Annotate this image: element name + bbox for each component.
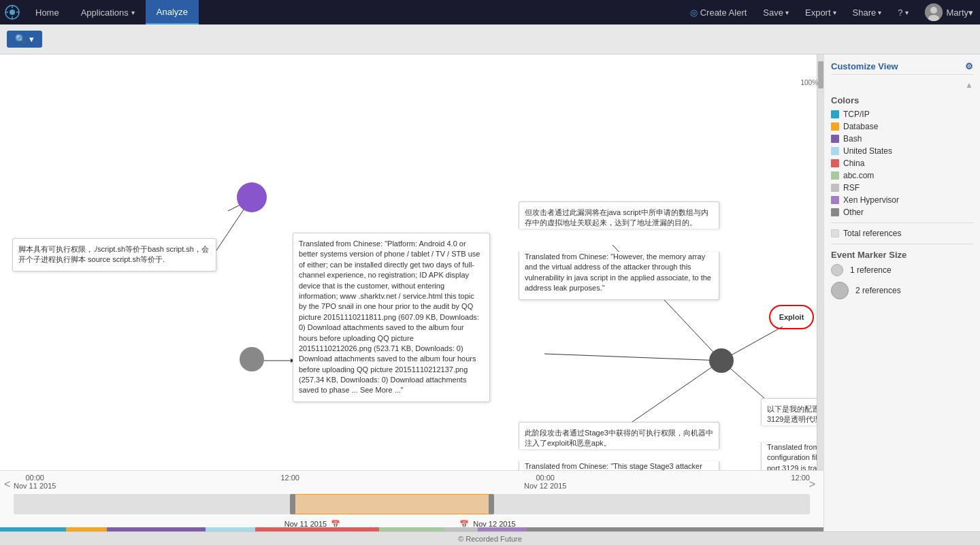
nav-right-actions: ◎ Create Alert Save ▾ Export ▾ Share ▾ ?…: [683, 0, 980, 24]
legend-label-abccom: abc.com: [843, 171, 874, 180]
total-references-item: Total references: [831, 229, 973, 238]
timeline-axis: 00:00 Nov 11 2015 12:00 00:00 Nov 12 201…: [0, 471, 823, 490]
canvas-area: Exploit 脚本具有可执行权限，./script.sh等价于bash scr…: [0, 54, 823, 470]
legend-bash: Bash: [831, 134, 973, 144]
marker-circle-large: [831, 282, 849, 299]
save-button[interactable]: Save ▾: [756, 0, 796, 24]
legend-label-tcpip: TCP/IP: [843, 110, 870, 119]
scroll-up-icon[interactable]: ▲: [965, 80, 973, 90]
purple-node[interactable]: [237, 182, 267, 212]
footer: © Recorded Future: [0, 531, 980, 545]
user-caret: ▾: [968, 7, 973, 18]
legend-color-tcpip: [831, 110, 839, 118]
search-button[interactable]: 🔍 ▾: [7, 31, 42, 48]
legend-china: China: [831, 159, 973, 168]
help-label: ?: [898, 7, 902, 18]
help-caret: ▾: [905, 9, 909, 16]
nav-home-label: Home: [35, 7, 59, 18]
legend-other: Other: [831, 208, 973, 217]
timeline-handle-right[interactable]: [489, 494, 494, 514]
total-references-label: Total references: [843, 229, 901, 238]
gear-icon[interactable]: ⚙: [965, 61, 973, 71]
save-caret: ▾: [785, 9, 789, 16]
nav-home[interactable]: Home: [24, 0, 70, 24]
marker-divider: [831, 244, 973, 244]
legend-label-xen: Xen Hypervisor: [843, 195, 899, 205]
percent-label: 100%: [800, 79, 818, 86]
nav-analyze[interactable]: Analyze: [146, 0, 199, 24]
timeline-nav-right[interactable]: >: [805, 478, 819, 491]
help-button[interactable]: ? ▾: [891, 0, 915, 24]
legend-color-bash: [831, 135, 839, 143]
customize-view-header: Customize View ⚙: [831, 61, 973, 75]
export-caret: ▾: [833, 9, 836, 16]
tooltip-script-text: 脚本具有可执行权限，./script.sh等价于bash script.sh，会…: [18, 245, 209, 263]
timeline-dates: Nov 11 2015 📅 📅 Nov 12 2015: [0, 518, 823, 521]
tooltip-android-text: Translated from Chinese: "Platform: Andr…: [299, 240, 480, 394]
legend-color-other: [831, 208, 839, 216]
tooltip-android: Translated from Chinese: "Platform: Andr…: [293, 233, 490, 402]
export-label: Export: [805, 7, 831, 18]
legend-label-china: China: [843, 159, 864, 168]
legend-divider: [831, 222, 973, 223]
event-marker-label: Event Marker Size: [831, 250, 906, 260]
username-label: Marty: [947, 7, 969, 18]
share-button[interactable]: Share ▾: [846, 0, 889, 24]
legend-color-china: [831, 159, 839, 167]
tooltip-js-cn: 但攻击者通过此漏洞将在java script中所申请的数组与内存中的虚拟地址关联…: [519, 201, 719, 229]
app-logo[interactable]: [0, 0, 24, 24]
main-toolbar: 🔍 ▾: [0, 24, 980, 54]
user-menu-button[interactable]: Marty ▾: [918, 0, 981, 24]
legend-color-unitedstates: [831, 147, 839, 155]
legend-label-unitedstates: United States: [843, 146, 892, 156]
tooltip-js-en: Translated from Chinese: "However, the m…: [519, 252, 719, 300]
avatar: [925, 3, 943, 21]
exploit-node[interactable]: Exploit: [769, 305, 814, 329]
timeline-label-3: 00:00 Nov 12 2015: [524, 474, 566, 490]
share-caret: ▾: [878, 9, 881, 16]
search-icon: 🔍: [15, 34, 26, 44]
legend-rsf: RSF: [831, 183, 973, 193]
svg-point-7: [930, 7, 937, 14]
timeline-bar[interactable]: [14, 494, 810, 514]
save-label: Save: [763, 7, 783, 18]
export-button[interactable]: Export ▾: [798, 0, 843, 24]
legend-tcpip: TCP/IP: [831, 110, 973, 119]
vertical-scrollbar[interactable]: [817, 54, 823, 470]
timeline-label-2: 12:00: [280, 474, 299, 490]
legend-database: Database: [831, 122, 973, 131]
search-label: ▾: [29, 34, 34, 44]
customize-view-label: Customize View: [831, 61, 898, 71]
legend-color-abccom: [831, 171, 839, 180]
marker-1ref: 1 reference: [831, 264, 973, 276]
create-alert-button[interactable]: ◎ Create Alert: [683, 0, 754, 24]
tooltip-script: 脚本具有可执行权限，./script.sh等价于bash script.sh，会…: [12, 238, 216, 271]
exploit-label: Exploit: [779, 313, 804, 321]
timeline-selection[interactable]: [293, 494, 492, 514]
tooltip-exploit-cn-text: 此阶段攻击者通过Stage3中获得的可执行权限，向机器中注入了exploit和恶…: [525, 429, 713, 447]
svg-point-1: [10, 10, 15, 15]
applications-caret: ▾: [131, 9, 135, 16]
legend-color-rsf: [831, 184, 839, 192]
marker-2ref: 2 references: [831, 282, 973, 299]
legend-unitedstates: United States: [831, 146, 973, 156]
marker-2ref-label: 2 references: [855, 286, 901, 295]
nav-applications[interactable]: Applications ▾: [70, 0, 146, 24]
legend-label-other: Other: [843, 208, 864, 217]
timeline-handle-left[interactable]: [290, 494, 295, 514]
main-content: Daily Alerts: [0, 54, 980, 545]
event-marker-header: Event Marker Size: [831, 250, 973, 260]
svg-line-34: [544, 354, 721, 361]
center-node[interactable]: [709, 348, 734, 373]
scrollbar-thumb[interactable]: [818, 61, 823, 88]
nav-applications-label: Applications: [81, 7, 129, 18]
timeline-nav-left[interactable]: <: [0, 478, 14, 491]
legend-abccom: abc.com: [831, 171, 973, 180]
colors-label: Colors: [831, 95, 859, 105]
marker-circle-small: [831, 264, 843, 276]
gray-node[interactable]: [240, 347, 264, 371]
legend-color-total: [831, 229, 839, 237]
side-panel: Customize View ⚙ ▲ Colors TCP/IP Databas…: [823, 54, 980, 545]
legend-color-database: [831, 122, 839, 131]
legend-label-bash: Bash: [843, 134, 862, 144]
